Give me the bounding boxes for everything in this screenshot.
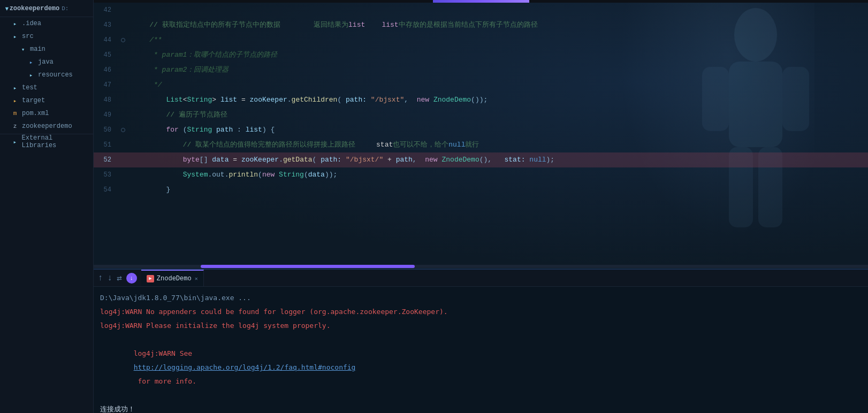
- code-line-51: 51 // 取某个结点的值得给完整的路径所以得拼接上跟路径 stat也可以不给，…: [94, 137, 868, 152]
- sidebar-item-zookeeper[interactable]: z zookeeperdemo: [0, 120, 93, 133]
- rerun-btn[interactable]: ⇄: [117, 273, 122, 284]
- terminal-line-3: log4j:WARN See http://logging.apache.org…: [100, 333, 862, 402]
- sidebar-label-test: test: [22, 84, 37, 91]
- code-line-48: 48 List<String> list = zooKeeper.getChil…: [94, 93, 868, 108]
- terminal-warn-prefix: log4j:WARN See: [134, 349, 196, 357]
- breakpoint-gutter: [121, 38, 125, 42]
- project-badge: D:: [62, 5, 68, 12]
- folder-icon: ▸: [11, 32, 19, 41]
- folder-icon: ▸: [27, 58, 35, 66]
- run-icon: ▶: [147, 275, 154, 282]
- code-line-52: 52 byte[] data = zooKeeper.getData( path…: [94, 152, 868, 167]
- file-icon: z: [11, 122, 19, 131]
- folder-icon: ▸: [11, 19, 19, 28]
- sidebar-header: ▾ zookeeperdemo D:: [0, 0, 93, 17]
- terminal-line-4: 连接成功！: [100, 402, 862, 413]
- download-btn[interactable]: ↓: [126, 273, 137, 284]
- sidebar-item-main[interactable]: ▾ main: [0, 43, 93, 56]
- down-arrow-btn[interactable]: ↓: [108, 273, 113, 283]
- terminal-tab-znodedemo[interactable]: ▶ ZnodeDemo ✕: [141, 270, 204, 286]
- breakpoint-gutter: [121, 128, 125, 132]
- sidebar-item-extlibs[interactable]: ▸ External Libraries: [0, 135, 93, 148]
- project-icon: ▾: [4, 3, 10, 14]
- code-editor[interactable]: 42 43 // 获取指定结点中的所有子节点中的数据 返回结果为list lis…: [94, 3, 868, 269]
- terminal-line-1: log4j:WARN No appenders could be found f…: [100, 305, 862, 319]
- code-line-42: 42: [94, 3, 868, 18]
- sidebar-item-java[interactable]: ▸ java: [0, 56, 93, 68]
- folder-icon: ▸: [11, 83, 19, 92]
- terminal-tab-close[interactable]: ✕: [195, 276, 198, 282]
- terminal-panel: ↑ ↓ ⇄ ↓ ▶ ZnodeDemo ✕ D:\Java\jdk1.8.0_7…: [94, 269, 868, 413]
- terminal-output[interactable]: D:\Java\jdk1.8.0_77\bin\java.exe ... log…: [94, 287, 868, 413]
- sidebar-item-src[interactable]: ▸ src: [0, 30, 93, 43]
- sidebar-label-extlibs: External Libraries: [21, 134, 89, 149]
- sidebar-item-resources[interactable]: ▸ resources: [0, 68, 93, 81]
- folder-icon: ▸: [11, 96, 19, 105]
- sidebar-item-target[interactable]: ▸ target: [0, 94, 93, 107]
- terminal-tabs: ↑ ↓ ⇄ ↓ ▶ ZnodeDemo ✕: [94, 270, 868, 287]
- sidebar-label-src: src: [22, 33, 34, 40]
- code-line-47: 47 */: [94, 78, 868, 93]
- folder-icon: ▾: [19, 45, 27, 53]
- terminal-warn-suffix: for more info.: [134, 377, 196, 385]
- sidebar-item-idea[interactable]: ▸ .idea: [0, 17, 93, 30]
- code-line-50: 50 for (String path : list) {: [94, 123, 868, 137]
- sidebar-label-idea: .idea: [22, 20, 41, 27]
- up-arrow-btn[interactable]: ↑: [98, 273, 103, 283]
- sidebar-item-pom[interactable]: m pom.xml: [0, 107, 93, 120]
- project-name: zookeeperdemo: [10, 5, 60, 12]
- sidebar-label-pom: pom.xml: [22, 110, 49, 117]
- code-line-44: 44 /**: [94, 33, 868, 48]
- code-line-43: 43 // 获取指定结点中的所有子节点中的数据 返回结果为list list中存…: [94, 18, 868, 33]
- sidebar-label-zookeeper: zookeeperdemo: [22, 123, 72, 130]
- folder-icon: ▸: [11, 137, 19, 146]
- terminal-link[interactable]: http://logging.apache.org/log4j/1.2/faq.…: [134, 363, 356, 371]
- terminal-tab-label: ZnodeDemo: [157, 275, 192, 282]
- xml-icon: m: [11, 109, 19, 118]
- sidebar: ▾ zookeeperdemo D: ▸ .idea ▸ src ▾ main …: [0, 0, 94, 413]
- sidebar-label-target: target: [22, 97, 45, 104]
- main-area: 42 43 // 获取指定结点中的所有子节点中的数据 返回结果为list lis…: [94, 0, 868, 413]
- code-line-45: 45 * param1：取哪个结点的子节点的路径: [94, 48, 868, 63]
- sidebar-label-java: java: [38, 58, 54, 66]
- code-content: 42 43 // 获取指定结点中的所有子节点中的数据 返回结果为list lis…: [94, 3, 868, 269]
- sidebar-item-test[interactable]: ▸ test: [0, 81, 93, 94]
- terminal-left-icons: ↑ ↓ ⇄ ↓: [98, 273, 137, 284]
- folder-icon: ▸: [27, 71, 35, 79]
- code-line-46: 46 * param2：回调处理器: [94, 63, 868, 78]
- sidebar-label-main: main: [30, 45, 45, 53]
- terminal-line-0: D:\Java\jdk1.8.0_77\bin\java.exe ...: [100, 291, 862, 305]
- code-line-54: 54 }: [94, 182, 868, 197]
- terminal-line-2: log4j:WARN Please initialize the log4j s…: [100, 319, 862, 333]
- code-line-53: 53 System.out.println(new String(data));: [94, 167, 868, 182]
- sidebar-label-resources: resources: [38, 71, 73, 79]
- code-line-49: 49 // 遍历子节点路径: [94, 108, 868, 123]
